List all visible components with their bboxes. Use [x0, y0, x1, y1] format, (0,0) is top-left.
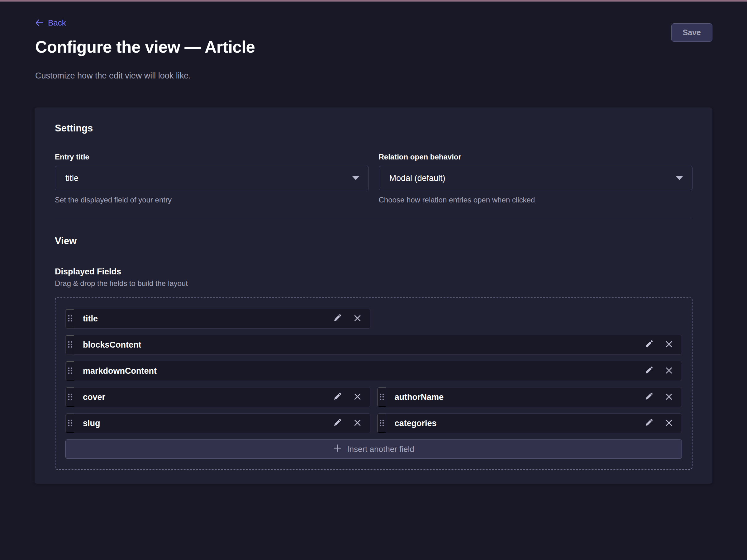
pencil-icon: [333, 392, 342, 402]
field-label: authorName: [386, 388, 645, 407]
field-label: blocksContent: [74, 335, 644, 354]
save-button[interactable]: Save: [671, 23, 713, 42]
remove-field-button[interactable]: [665, 341, 673, 349]
drag-dots-icon: [68, 367, 72, 375]
view-heading: View: [55, 235, 693, 247]
insert-another-field-button[interactable]: Insert another field: [66, 439, 682, 459]
arrow-left-icon: [35, 19, 43, 26]
drag-handle[interactable]: [66, 414, 74, 433]
section-divider: [55, 219, 693, 219]
field-row: blocksContent: [66, 335, 682, 355]
drag-dots-icon: [68, 393, 72, 401]
drag-handle[interactable]: [66, 388, 74, 407]
pencil-icon: [333, 314, 342, 324]
field-row: markdownContent: [66, 361, 682, 381]
drag-handle[interactable]: [66, 309, 74, 328]
relation-open-behavior-field: Relation open behavior Modal (default) C…: [379, 152, 693, 205]
field-card-slug[interactable]: slug: [66, 413, 370, 433]
empty-slot: [377, 309, 682, 328]
drag-handle[interactable]: [66, 361, 74, 381]
field-label: cover: [74, 388, 333, 407]
pencil-icon: [644, 418, 653, 428]
drag-handle[interactable]: [378, 414, 386, 433]
pencil-icon: [644, 366, 653, 376]
displayed-fields-subtitle: Drag & drop the fields to build the layo…: [55, 279, 693, 288]
pencil-icon: [333, 418, 342, 428]
cross-icon: [354, 393, 361, 401]
cross-icon: [354, 419, 361, 428]
edit-field-button[interactable]: [333, 392, 342, 402]
cross-icon: [665, 419, 673, 428]
displayed-fields-drop-zone: title: [55, 297, 693, 470]
field-row: slug: [66, 413, 682, 433]
edit-field-button[interactable]: [644, 392, 653, 402]
edit-field-button[interactable]: [333, 314, 342, 324]
field-label: markdownContent: [74, 361, 644, 381]
displayed-fields-title: Displayed Fields: [55, 267, 693, 276]
pencil-icon: [644, 340, 653, 350]
relation-open-behavior-label: Relation open behavior: [379, 152, 693, 162]
pencil-icon: [644, 392, 653, 402]
remove-field-button[interactable]: [354, 314, 361, 323]
field-card-blocksContent[interactable]: blocksContent: [66, 335, 682, 355]
field-label: title: [74, 309, 333, 328]
edit-field-button[interactable]: [644, 366, 653, 376]
cross-icon: [665, 367, 673, 375]
remove-field-button[interactable]: [354, 419, 361, 428]
entry-title-select[interactable]: title: [55, 166, 369, 190]
entry-title-hint: Set the displayed field of your entry: [55, 195, 369, 205]
field-row: title: [66, 309, 682, 328]
drag-dots-icon: [380, 393, 384, 401]
field-card-title[interactable]: title: [66, 309, 370, 328]
remove-field-button[interactable]: [665, 393, 673, 401]
drag-dots-icon: [380, 420, 384, 427]
plus-icon: [333, 444, 342, 455]
cross-icon: [665, 341, 673, 349]
back-link[interactable]: Back: [35, 18, 66, 27]
edit-field-button[interactable]: [333, 418, 342, 428]
relation-open-behavior-hint: Choose how relation entries open when cl…: [379, 195, 693, 205]
caret-down-icon: [675, 176, 684, 181]
relation-open-behavior-value: Modal (default): [389, 174, 445, 183]
entry-title-label: Entry title: [55, 152, 369, 162]
remove-field-button[interactable]: [665, 419, 673, 428]
cross-icon: [354, 314, 361, 323]
drag-dots-icon: [68, 341, 72, 349]
configuration-card: Settings Entry title title Set the displ…: [34, 107, 713, 484]
back-label: Back: [48, 18, 66, 27]
edit-field-button[interactable]: [644, 340, 653, 350]
cross-icon: [665, 393, 673, 401]
field-card-markdownContent[interactable]: markdownContent: [66, 361, 682, 381]
drag-dots-icon: [68, 420, 72, 427]
settings-heading: Settings: [55, 123, 693, 134]
page-subtitle: Customize how the edit view will look li…: [35, 71, 713, 80]
field-card-authorName[interactable]: authorName: [377, 387, 682, 407]
remove-field-button[interactable]: [665, 367, 673, 375]
field-card-categories[interactable]: categories: [377, 413, 682, 433]
entry-title-field: Entry title title Set the displayed fiel…: [55, 152, 369, 205]
remove-field-button[interactable]: [354, 393, 361, 401]
settings-form: Entry title title Set the displayed fiel…: [55, 152, 693, 205]
page-title: Configure the view — Article: [35, 37, 713, 57]
field-row: cover: [66, 387, 682, 407]
field-label: categories: [386, 414, 645, 433]
drag-handle[interactable]: [66, 335, 74, 354]
page-header: Back Configure the view — Article Custom…: [0, 2, 747, 80]
drag-handle[interactable]: [378, 388, 386, 407]
field-card-cover[interactable]: cover: [66, 387, 370, 407]
insert-another-field-label: Insert another field: [347, 445, 414, 454]
relation-open-behavior-select[interactable]: Modal (default): [379, 166, 693, 190]
caret-down-icon: [352, 176, 360, 181]
edit-field-button[interactable]: [644, 418, 653, 428]
field-label: slug: [74, 414, 333, 433]
drag-dots-icon: [68, 315, 72, 323]
entry-title-value: title: [66, 174, 78, 183]
